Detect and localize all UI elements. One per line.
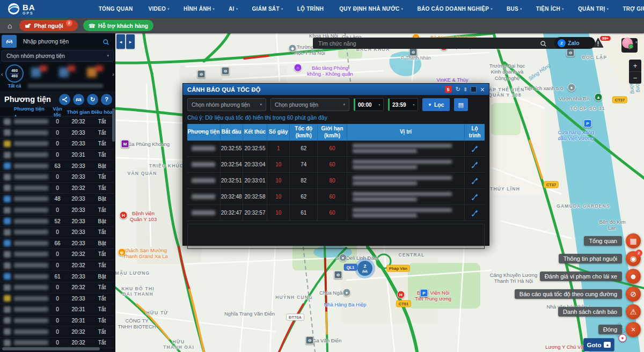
- fab-button[interactable]: ▦: [626, 233, 641, 248]
- map-poi-marker[interactable]: H: [397, 291, 405, 299]
- all-vehicles-counter[interactable]: 493 493: [5, 64, 24, 83]
- horizontal-scrollbar[interactable]: [2, 347, 100, 350]
- map-poi-marker[interactable]: H: [120, 211, 128, 219]
- vehicle-row[interactable]: 0 20:33 Tắt: [0, 172, 114, 183]
- modal-vehicle-select[interactable]: Chọn phương tiện ▾: [270, 98, 349, 111]
- expand-sidebar-button[interactable]: ▸: [126, 34, 135, 49]
- pin-icon[interactable]: ▮: [464, 87, 467, 92]
- avatar[interactable]: [622, 38, 633, 48]
- filter-button[interactable]: ▼ Lọc: [422, 98, 450, 111]
- flash-icon[interactable]: [610, 38, 616, 48]
- time-from-input[interactable]: [358, 102, 374, 108]
- fab-button[interactable]: ◉ 2: [626, 251, 641, 266]
- app-logo[interactable]: BA GPS: [8, 3, 35, 15]
- nav-item[interactable]: BÁO CÁO DOANH NGHIỆP ▾: [417, 6, 493, 12]
- search-icon[interactable]: [540, 40, 547, 49]
- nav-item[interactable]: VIDEO ▾: [148, 6, 169, 12]
- col-time[interactable]: Thời gian: [67, 109, 90, 115]
- warning-row[interactable]: 20:32:47 20:32:57 10 61 60: [187, 205, 485, 221]
- map-poi-marker[interactable]: ▲: [595, 93, 603, 101]
- col-vehicle[interactable]: Phương tiện ▲: [0, 106, 48, 118]
- group-item-blurred[interactable]: [84, 65, 106, 81]
- vehicle-row[interactable]: 52 20:33 Bật: [0, 216, 114, 227]
- vertical-scrollbar[interactable]: [112, 108, 115, 142]
- warning-row[interactable]: 20:32:55 20:32:55 1 62 60: [187, 141, 485, 157]
- vehicle-row[interactable]: 63 20:33 Bật: [0, 160, 114, 172]
- vehicle-row[interactable]: 0 20:33 Tắt: [0, 227, 114, 238]
- map-poi-marker[interactable]: ⌂: [294, 64, 302, 72]
- route-button[interactable]: [465, 173, 485, 188]
- vehicle-row[interactable]: 0 20:32 Tắt: [0, 282, 114, 294]
- map-poi-marker[interactable]: P: [420, 289, 428, 297]
- map-poi-marker[interactable]: ⊖: [222, 67, 230, 75]
- map-poi-marker[interactable]: ⊖: [409, 48, 418, 56]
- fab-button[interactable]: ☻: [626, 269, 641, 284]
- col-speed[interactable]: Vận tốc: [48, 106, 67, 118]
- zoom-out-button[interactable]: −: [629, 72, 641, 84]
- map-poi-marker[interactable]: ◆: [289, 45, 297, 53]
- modal-titlebar[interactable]: CẢNH BÁO QUÁ TỐC ĐỘ 5 ↻ ▮ ×: [183, 84, 489, 95]
- map-poi-marker[interactable]: ⊖: [334, 271, 342, 279]
- fab-button[interactable]: ⚠: [626, 304, 641, 319]
- time-to-field[interactable]: ◔: [388, 98, 418, 111]
- map-poi-marker[interactable]: ●: [339, 254, 347, 262]
- group-item-blurred[interactable]: [56, 65, 78, 81]
- nav-item[interactable]: BUS ▾: [507, 6, 522, 12]
- vehicle-row[interactable]: 0 20:31 Tắt: [0, 150, 114, 161]
- map-poi-marker[interactable]: M: [121, 140, 129, 148]
- refresh-icon[interactable]: ↻: [87, 94, 98, 105]
- nav-item[interactable]: HÌNH ẢNH ▾: [184, 6, 215, 12]
- car-filter-icon[interactable]: [73, 94, 84, 105]
- collapse-sidebar-button[interactable]: ◂: [116, 34, 125, 49]
- route-button[interactable]: [465, 205, 485, 221]
- minimize-icon[interactable]: [471, 86, 477, 92]
- help-icon[interactable]: ?: [101, 94, 112, 105]
- zalo-button[interactable]: Z Zalo: [554, 37, 595, 49]
- vehicle-search-input[interactable]: [19, 35, 114, 48]
- map-poi-marker[interactable]: ⊖: [197, 70, 206, 78]
- col-ac[interactable]: Điều hòa: [90, 109, 114, 115]
- refresh-icon[interactable]: ↻: [456, 86, 460, 92]
- vehicle-row[interactable]: 0 20:32 Tắt: [0, 260, 114, 272]
- vehicle-row[interactable]: 0 20:32 Tắt: [0, 338, 114, 348]
- nav-item[interactable]: QUY ĐỊNH NHÀ NƯỚC ▾: [339, 6, 403, 12]
- vehicle-row[interactable]: 48 20:33 Bật: [0, 194, 114, 205]
- function-search-input[interactable]: [313, 38, 568, 49]
- customer-support-button[interactable]: ☎ Hỗ trợ khách hàng: [83, 20, 153, 31]
- map-poi-marker[interactable]: ⊖: [306, 336, 314, 344]
- vehicle-group-select[interactable]: Chọn nhóm phương tiện ▾: [2, 50, 114, 62]
- vehicle-row[interactable]: 0 20:31 Tắt: [0, 304, 114, 316]
- map-poi-marker[interactable]: P: [584, 120, 592, 128]
- vehicle-mode-button[interactable]: [2, 35, 17, 48]
- group-item-blurred[interactable]: [28, 65, 50, 81]
- vehicle-row[interactable]: 61 20:33 Bật: [0, 271, 114, 282]
- map-poi-marker[interactable]: ψ: [118, 248, 126, 256]
- map-poi-marker[interactable]: ●: [343, 289, 351, 297]
- carousel-prev-icon[interactable]: ‹: [1, 71, 3, 77]
- route-button[interactable]: [465, 157, 485, 172]
- fab-button[interactable]: ⊘: [626, 287, 641, 302]
- vehicle-row[interactable]: 0 20:33 Tắt: [0, 294, 114, 305]
- vehicle-row[interactable]: 0 20:33 Tắt: [0, 128, 114, 139]
- vehicle-cluster-marker[interactable]: 2: [355, 258, 375, 278]
- vehicle-row[interactable]: 0 20:32 Tắt: [0, 183, 114, 194]
- goto-button[interactable]: Goto ▲: [583, 338, 614, 351]
- export-button[interactable]: ▤: [454, 98, 468, 111]
- vehicle-row[interactable]: 0 20:31 Tắt: [0, 316, 114, 327]
- vehicle-row[interactable]: 0 20:32 Tắt: [0, 116, 114, 128]
- route-button[interactable]: [465, 189, 485, 204]
- warning-row[interactable]: 20:32:48 20:32:58 10 62 60: [187, 189, 485, 205]
- close-icon[interactable]: ×: [480, 86, 485, 93]
- phat-nguoi-button[interactable]: Phạt nguội 2: [19, 20, 77, 31]
- modal-group-select[interactable]: Chọn nhóm phương tiện ▾: [187, 98, 266, 111]
- map-zoom-control[interactable]: + −: [629, 60, 641, 84]
- nav-item[interactable]: QUẢN TRỊ ▾: [578, 6, 609, 12]
- time-from-field[interactable]: ◔: [354, 98, 384, 111]
- carousel-next-icon[interactable]: ›: [112, 71, 114, 77]
- map-poi-marker[interactable]: ●: [568, 84, 576, 92]
- vehicle-row[interactable]: 66 20:33 Bật: [0, 238, 114, 250]
- vehicle-row[interactable]: 0 20:32 Tắt: [0, 326, 114, 338]
- warning-row[interactable]: 20:32:51 20:33:01 10 82 80: [187, 173, 485, 189]
- zoom-in-button[interactable]: +: [629, 60, 641, 72]
- fab-button[interactable]: ×: [626, 322, 641, 337]
